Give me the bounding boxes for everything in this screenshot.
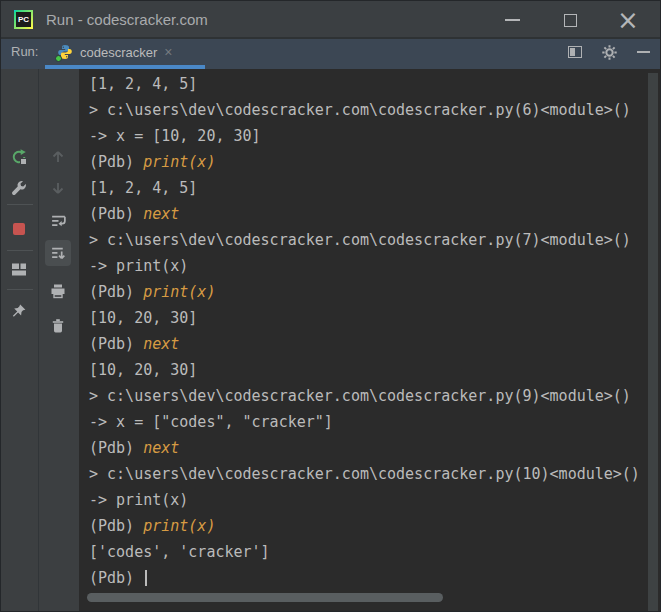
console-line: -> print(x)	[89, 487, 648, 513]
console-line: (Pdb)	[89, 565, 648, 591]
hide-tool-window-button[interactable]	[634, 43, 652, 61]
clear-trash-icon	[50, 318, 66, 334]
restore-layout-button[interactable]	[6, 256, 32, 282]
console-text-segment: next	[143, 335, 179, 353]
scroll-to-end-icon	[50, 245, 67, 262]
console-text-segment: print(x)	[143, 283, 215, 301]
pycharm-logo-icon: PC	[14, 10, 33, 29]
minimize-button[interactable]	[495, 1, 529, 39]
run-tool-tab-bar: Run: codescracker ×	[1, 39, 660, 69]
rerun-button[interactable]	[6, 144, 32, 170]
console-line: [1, 2, 4, 5]	[89, 71, 648, 97]
console-line: > c:\users\dev\codescracker.com\codescra…	[89, 383, 648, 409]
float-window-button[interactable]	[566, 43, 584, 61]
left-toolbar	[1, 69, 79, 611]
pycharm-run-window: PC Run - codescracker.com × Run: codescr…	[0, 0, 661, 612]
down-arrow-icon	[50, 180, 66, 196]
toolbar-divider	[38, 69, 39, 611]
print-button[interactable]	[45, 278, 71, 304]
console-text-segment: > c:\users\dev\codescracker.com\codescra…	[89, 387, 631, 405]
console-output: [1, 2, 4, 5]> c:\users\dev\codescracker.…	[79, 69, 648, 591]
pin-tab-button[interactable]	[6, 298, 32, 324]
console-line: [10, 20, 30]	[89, 305, 648, 331]
running-indicator-dot	[55, 55, 62, 62]
down-stack-frame-button[interactable]	[45, 175, 71, 201]
console-line: -> print(x)	[89, 253, 648, 279]
settings-gear-icon	[601, 44, 618, 61]
console-text-segment: > c:\users\dev\codescracker.com\codescra…	[89, 465, 640, 483]
console-text-segment: print(x)	[143, 153, 215, 171]
tab-bar-actions	[566, 39, 652, 65]
console-text-segment: [1, 2, 4, 5]	[89, 179, 197, 197]
tab-label: codescracker	[80, 45, 157, 60]
window-controls: ×	[495, 1, 645, 39]
horizontal-scrollbar[interactable]	[87, 593, 640, 602]
console-line: (Pdb) next	[89, 331, 648, 357]
clear-console-button[interactable]	[45, 313, 71, 339]
console-text-segment: [10, 20, 30]	[89, 361, 197, 379]
console-text-segment: -> x = [10, 20, 30]	[89, 127, 261, 145]
console-text-segment: > c:\users\dev\codescracker.com\codescra…	[89, 101, 631, 119]
stop-icon	[12, 222, 26, 236]
tab-codescracker[interactable]: codescracker ×	[57, 39, 173, 65]
text-cursor	[145, 570, 147, 586]
up-arrow-icon	[50, 149, 66, 165]
console-line: (Pdb) print(x)	[89, 513, 648, 539]
console-line: -> x = ["codes", "cracker"]	[89, 409, 648, 435]
wrench-icon	[11, 180, 27, 196]
close-icon: ×	[617, 7, 639, 33]
layout-icon	[11, 262, 27, 277]
tab-close-icon[interactable]: ×	[164, 45, 172, 59]
console-text-segment: (Pdb)	[89, 283, 143, 301]
title-bar: PC Run - codescracker.com ×	[1, 1, 660, 39]
console-line: (Pdb) next	[89, 435, 648, 461]
console-line: (Pdb) print(x)	[89, 279, 648, 305]
python-icon	[57, 44, 73, 60]
settings-button[interactable]	[600, 43, 618, 61]
console-text-segment: -> print(x)	[89, 491, 188, 509]
console-text-segment: next	[143, 439, 179, 457]
console-text-segment: (Pdb)	[89, 569, 143, 587]
console-text-segment: (Pdb)	[89, 335, 143, 353]
run-label: Run:	[11, 39, 38, 65]
debug-settings-button[interactable]	[6, 175, 32, 201]
soft-wrap-button[interactable]	[45, 208, 71, 234]
scroll-to-end-button[interactable]	[45, 240, 71, 266]
console-text-segment: > c:\users\dev\codescracker.com\codescra…	[89, 231, 631, 249]
console-text-segment: print(x)	[143, 517, 215, 535]
horizontal-scrollbar-thumb[interactable]	[87, 593, 443, 602]
close-button[interactable]: ×	[611, 1, 645, 39]
console-line: [10, 20, 30]	[89, 357, 648, 383]
toolbar-separator	[7, 289, 33, 290]
console-line: (Pdb) next	[89, 201, 648, 227]
debug-console[interactable]: [1, 2, 4, 5]> c:\users\dev\codescracker.…	[79, 69, 660, 611]
vertical-scrollbar[interactable]	[648, 73, 658, 611]
maximize-button[interactable]	[553, 1, 587, 39]
up-stack-frame-button[interactable]	[45, 144, 71, 170]
console-text-segment: (Pdb)	[89, 517, 143, 535]
console-text-segment: (Pdb)	[89, 153, 143, 171]
console-line: (Pdb) print(x)	[89, 149, 648, 175]
console-text-segment: ['codes', 'cracker']	[89, 543, 270, 561]
console-line: [1, 2, 4, 5]	[89, 175, 648, 201]
pin-icon	[11, 303, 27, 319]
toolbar-separator	[7, 204, 33, 205]
print-icon	[50, 283, 66, 299]
console-text-segment: [1, 2, 4, 5]	[89, 75, 197, 93]
minimize-icon	[505, 19, 520, 21]
console-line: > c:\users\dev\codescracker.com\codescra…	[89, 461, 648, 487]
hide-icon	[637, 51, 650, 53]
console-line: ['codes', 'cracker']	[89, 539, 648, 565]
console-text-segment: -> x = ["codes", "cracker"]	[89, 413, 333, 431]
maximize-icon	[564, 14, 577, 27]
console-text-segment: -> print(x)	[89, 257, 188, 275]
float-window-icon	[568, 46, 582, 58]
soft-wrap-icon	[50, 213, 67, 230]
console-line: > c:\users\dev\codescracker.com\codescra…	[89, 97, 648, 123]
toolbar-separator	[7, 250, 33, 251]
console-text-segment: (Pdb)	[89, 439, 143, 457]
console-line: > c:\users\dev\codescracker.com\codescra…	[89, 227, 648, 253]
console-line: -> x = [10, 20, 30]	[89, 123, 648, 149]
console-text-segment: (Pdb)	[89, 205, 143, 223]
stop-button[interactable]	[6, 216, 32, 242]
